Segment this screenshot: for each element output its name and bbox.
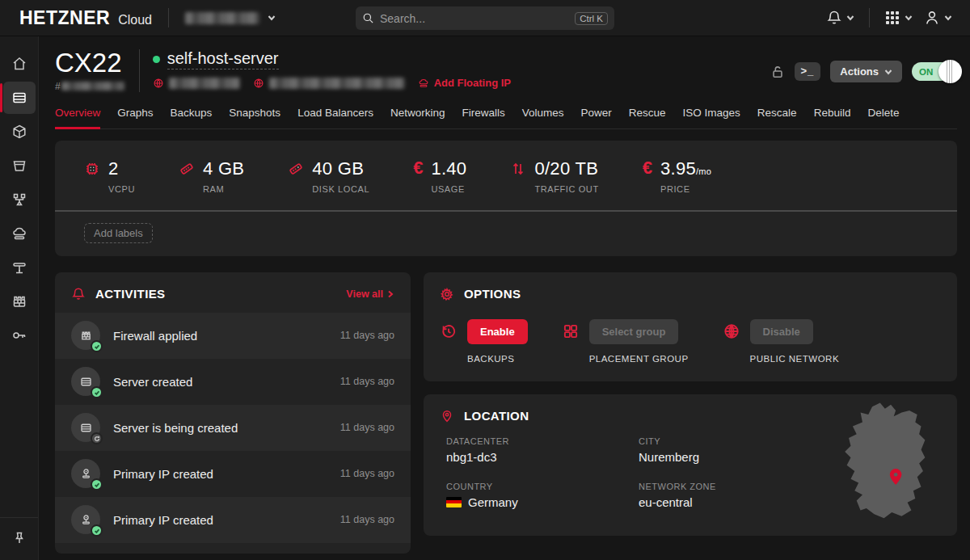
tab-iso-images[interactable]: ISO Images xyxy=(683,107,740,128)
sidebar-item-home[interactable] xyxy=(3,48,36,80)
cpu-icon xyxy=(84,161,100,177)
project-name-redacted xyxy=(185,12,259,24)
tab-volumes[interactable]: Volumes xyxy=(522,107,564,128)
activity-time: 11 days ago xyxy=(340,468,394,479)
stat-disk: 40 GB DISK LOCAL xyxy=(288,158,369,194)
server-tabs: Overview Graphs Backups Snapshots Load B… xyxy=(55,107,957,129)
stat-value: 0/20 TB xyxy=(534,158,598,179)
stat-label: RAM xyxy=(203,184,244,194)
nodes-icon xyxy=(11,192,27,208)
location-title: LOCATION xyxy=(464,409,529,423)
germany-silhouette xyxy=(824,401,947,522)
activity-row[interactable]: Server created 11 days ago xyxy=(55,359,411,405)
activity-time: 11 days ago xyxy=(340,422,394,433)
project-selector[interactable] xyxy=(185,12,276,24)
disk-icon xyxy=(288,161,304,177)
sidebar-item-object-storage[interactable] xyxy=(3,149,36,182)
placement-group-label: PLACEMENT GROUP xyxy=(589,354,689,364)
search-input[interactable] xyxy=(380,12,575,25)
tab-overview[interactable]: Overview xyxy=(55,107,100,129)
tab-rescue[interactable]: Rescue xyxy=(629,107,666,128)
add-floating-ip-button[interactable]: Add Floating IP xyxy=(418,77,511,89)
power-toggle[interactable]: ON xyxy=(912,62,957,81)
location-country: COUNTRY Germany xyxy=(446,482,639,509)
brand-logo[interactable]: HETZNER Cloud xyxy=(19,7,152,29)
add-labels-button[interactable]: Add labels xyxy=(84,223,153,243)
field-value: nbg1-dc3 xyxy=(446,450,639,464)
stat-label: USAGE xyxy=(431,184,466,194)
ipv4-address[interactable] xyxy=(153,78,240,89)
sidebar-item-firewalls[interactable] xyxy=(3,285,36,318)
option-backups: Enable BACKUPS xyxy=(440,319,528,364)
apps-grid-icon xyxy=(884,10,900,26)
console-button[interactable]: >_ xyxy=(795,62,821,81)
stat-value: 3.95/mo xyxy=(660,158,711,179)
power-state-label: ON xyxy=(919,67,933,77)
sidebar-footer xyxy=(0,517,38,560)
ipv6-address[interactable] xyxy=(253,78,405,89)
account-menu[interactable] xyxy=(924,10,952,26)
activity-time: 11 days ago xyxy=(340,330,394,341)
view-all-label: View all xyxy=(346,288,383,300)
cube-icon xyxy=(11,124,27,140)
public-network-disable-button[interactable]: Disable xyxy=(750,319,813,344)
sidebar-item-load-balancers[interactable] xyxy=(3,183,36,216)
global-search[interactable]: Ctrl K xyxy=(356,6,614,30)
sidebar-item-servers[interactable] xyxy=(3,82,36,114)
sidebar xyxy=(0,36,39,560)
chevron-down-icon xyxy=(846,14,854,22)
firewall-icon xyxy=(11,293,27,309)
ipv4-redacted xyxy=(169,78,240,89)
sidebar-item-networks[interactable] xyxy=(3,251,36,284)
sidebar-item-floating-ips[interactable] xyxy=(3,217,36,250)
activity-row[interactable]: Primary IP created 11 days ago xyxy=(55,497,411,543)
apps-menu[interactable] xyxy=(884,10,913,26)
backups-enable-button[interactable]: Enable xyxy=(467,319,528,344)
option-placement-group: Select group PLACEMENT GROUP xyxy=(562,319,689,364)
ipv6-redacted xyxy=(269,78,405,89)
check-icon xyxy=(94,528,100,534)
pending-badge xyxy=(91,432,103,444)
server-icon xyxy=(79,421,93,435)
options-title: OPTIONS xyxy=(464,287,521,301)
notifications-menu[interactable] xyxy=(826,10,854,26)
field-label: COUNTRY xyxy=(446,482,639,491)
activity-avatar xyxy=(71,413,100,442)
activity-time: 11 days ago xyxy=(340,376,394,387)
tab-graphs[interactable]: Graphs xyxy=(117,107,153,128)
tab-firewalls[interactable]: Firewalls xyxy=(462,107,504,128)
activity-row[interactable]: Primary IP created 11 days ago xyxy=(55,451,411,497)
actions-button[interactable]: Actions xyxy=(830,61,902,82)
activity-avatar xyxy=(71,367,100,396)
tab-rescale[interactable]: Rescale xyxy=(757,107,797,128)
country-name: Germany xyxy=(468,495,518,509)
sidebar-pin-toggle[interactable] xyxy=(3,526,36,550)
tab-power[interactable]: Power xyxy=(581,107,612,128)
location-panel: LOCATION DATACENTER nbg1-dc3 CITY Nuremb… xyxy=(424,394,957,536)
activity-row[interactable]: Server is being created 11 days ago xyxy=(55,405,411,451)
tab-networking[interactable]: Networking xyxy=(390,107,445,128)
activity-row[interactable]: Firewall applied 11 days ago xyxy=(55,313,411,359)
tab-rebuild[interactable]: Rebuild xyxy=(814,107,851,128)
search-icon xyxy=(362,12,374,24)
stat-label: VCPU xyxy=(108,184,135,194)
tab-delete[interactable]: Delete xyxy=(867,107,899,128)
tab-load-balancers[interactable]: Load Balancers xyxy=(297,107,373,128)
sidebar-item-security[interactable] xyxy=(3,319,36,352)
stat-vcpu: 2 VCPU xyxy=(84,158,135,194)
tab-backups[interactable]: Backups xyxy=(171,107,213,128)
success-badge xyxy=(91,386,103,398)
check-icon xyxy=(94,389,100,396)
add-floating-ip-label: Add Floating IP xyxy=(434,77,511,89)
placement-group-icon xyxy=(562,322,580,340)
primary-ip-icon xyxy=(79,467,93,481)
sidebar-item-images[interactable] xyxy=(3,116,36,148)
activity-text: Server created xyxy=(113,375,192,389)
tab-snapshots[interactable]: Snapshots xyxy=(229,107,280,128)
lock-open-icon[interactable] xyxy=(770,65,785,79)
server-name[interactable]: self-host-server xyxy=(167,49,279,69)
view-all-link[interactable]: View all xyxy=(346,288,394,300)
toggle-knob[interactable] xyxy=(938,60,962,83)
placement-group-select-button[interactable]: Select group xyxy=(589,319,679,344)
stat-ram: 4 GB RAM xyxy=(179,158,244,194)
